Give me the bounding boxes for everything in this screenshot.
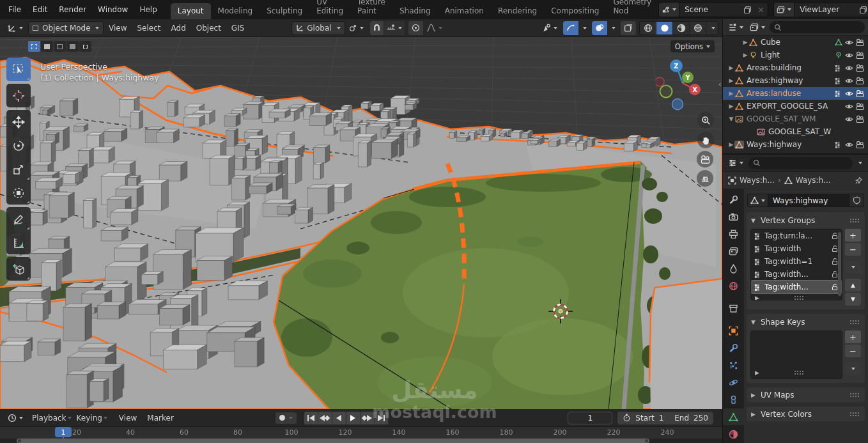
vertex-group-item[interactable]: Tag:width=1 bbox=[751, 255, 842, 268]
play-button[interactable] bbox=[346, 412, 360, 424]
menu-object[interactable]: Object bbox=[191, 24, 226, 33]
menu-tl-view[interactable]: View bbox=[114, 414, 142, 423]
end-value[interactable]: 250 bbox=[694, 414, 708, 423]
editor-type-button[interactable] bbox=[4, 21, 27, 35]
tab-particles[interactable] bbox=[723, 357, 744, 373]
tab-geometry-nodes[interactable]: Geometry Nod bbox=[606, 0, 658, 19]
tab-modeling[interactable]: Modeling bbox=[211, 3, 260, 19]
vertex-group-item-selected[interactable]: Tag:width... bbox=[751, 281, 842, 293]
fake-user-button[interactable] bbox=[849, 194, 864, 207]
expand-icon[interactable]: ▶ bbox=[742, 39, 748, 45]
expand-icon[interactable]: ▶ bbox=[728, 65, 734, 71]
menu-add[interactable]: Add bbox=[166, 24, 191, 33]
move-group-up-button[interactable]: ▲ bbox=[845, 279, 861, 291]
perspective-toggle-button[interactable] bbox=[697, 170, 713, 187]
hide-eye-icon[interactable] bbox=[844, 141, 855, 148]
menu-window[interactable]: Window bbox=[92, 0, 134, 19]
tab-rendering[interactable]: Rendering bbox=[491, 3, 544, 19]
outliner-row-google-sat-w-child[interactable]: GOOGLE_SAT_W bbox=[723, 125, 868, 138]
list-expand-arrow[interactable]: ▶ bbox=[755, 295, 761, 300]
pin-icon[interactable] bbox=[855, 176, 863, 185]
start-value[interactable]: 1 bbox=[659, 414, 664, 423]
render-visibility-icon[interactable] bbox=[855, 64, 865, 72]
vertex-group-item[interactable]: Tag:width bbox=[751, 242, 842, 255]
menu-file[interactable]: File bbox=[3, 0, 27, 19]
add-viewlayer-button[interactable] bbox=[856, 6, 868, 14]
timeline-editor-type-button[interactable] bbox=[4, 411, 27, 425]
tab-render[interactable] bbox=[723, 208, 744, 225]
panel-grip[interactable] bbox=[849, 412, 860, 417]
render-visibility-icon[interactable] bbox=[855, 115, 865, 123]
select-mode-invert[interactable] bbox=[66, 41, 79, 52]
tab-object-data[interactable] bbox=[723, 408, 744, 425]
shading-wireframe-button[interactable] bbox=[640, 22, 656, 35]
outliner-search-input[interactable] bbox=[770, 21, 865, 33]
vertex-colors-panel-header[interactable]: ▶ Vertex Colors bbox=[747, 407, 865, 421]
vertex-group-item[interactable]: Tag:turn:la... bbox=[751, 229, 842, 242]
jump-to-end-button[interactable] bbox=[375, 412, 389, 424]
expand-icon[interactable]: ▶ bbox=[728, 77, 734, 84]
tool-measure[interactable] bbox=[6, 231, 31, 254]
shading-settings[interactable] bbox=[706, 22, 718, 35]
tab-sculpting[interactable]: Sculpting bbox=[260, 3, 309, 19]
outliner-row-ways-highway[interactable]: ▶ Ways:highway bbox=[723, 138, 868, 151]
list-resize-grip[interactable] bbox=[794, 370, 805, 375]
tool-transform[interactable] bbox=[6, 181, 31, 205]
tool-select-box[interactable] bbox=[6, 58, 31, 81]
shading-solid-button[interactable] bbox=[656, 22, 673, 35]
select-mode-new[interactable] bbox=[28, 41, 40, 52]
tab-modifiers[interactable] bbox=[723, 339, 744, 356]
menu-playback[interactable]: Playback bbox=[27, 414, 72, 423]
tab-material[interactable] bbox=[723, 426, 744, 442]
shading-material-button[interactable] bbox=[673, 22, 690, 35]
outliner-row-areas-highway[interactable]: ▶ Areas:highway bbox=[723, 74, 868, 87]
options-button[interactable]: Options bbox=[670, 40, 715, 52]
pivot-point-select[interactable] bbox=[345, 21, 368, 35]
render-visibility-icon[interactable] bbox=[855, 38, 865, 47]
list-resize-grip[interactable] bbox=[794, 295, 805, 300]
tab-texture-paint[interactable]: Texture Paint bbox=[350, 0, 392, 19]
viewlayer-browse-button[interactable] bbox=[774, 3, 794, 17]
show-overlays-toggle[interactable] bbox=[563, 21, 578, 35]
expand-icon[interactable]: ▶ bbox=[728, 141, 734, 148]
timeline-scrollbar[interactable] bbox=[0, 439, 722, 443]
hide-eye-icon[interactable] bbox=[844, 77, 855, 84]
sidebar-collapse-arrow[interactable]: ‹ bbox=[718, 79, 722, 89]
tab-animation[interactable]: Animation bbox=[438, 3, 491, 19]
tab-compositing[interactable]: Compositing bbox=[544, 3, 606, 19]
pan-hand-button[interactable] bbox=[697, 132, 714, 148]
next-keyframe-button[interactable] bbox=[360, 412, 375, 424]
prev-keyframe-button[interactable] bbox=[318, 412, 332, 424]
tab-tool[interactable] bbox=[723, 191, 744, 208]
breadcrumb-object[interactable]: Ways:h... bbox=[740, 176, 775, 185]
tool-rotate[interactable] bbox=[6, 134, 31, 157]
gizmo-axis-neg-z[interactable] bbox=[672, 99, 683, 110]
tab-world[interactable] bbox=[723, 277, 744, 294]
menu-view[interactable]: View bbox=[104, 24, 132, 33]
render-visibility-icon[interactable] bbox=[855, 102, 865, 111]
properties-options-chevron[interactable] bbox=[858, 162, 862, 164]
scene-browse-button[interactable] bbox=[659, 3, 679, 17]
menu-gis[interactable]: GIS bbox=[226, 24, 249, 33]
menu-help[interactable]: Help bbox=[134, 0, 162, 19]
navigation-gizmo[interactable]: Z Y X bbox=[656, 55, 711, 116]
tool-cursor[interactable] bbox=[6, 84, 31, 107]
timeline-ruler[interactable]: 20 40 60 80 100 120 140 160 180 200 220 … bbox=[0, 427, 722, 439]
outliner-display-mode-button[interactable] bbox=[748, 20, 767, 35]
expand-icon[interactable]: ▶ bbox=[728, 103, 734, 109]
viewport-3d[interactable]: User Perspective (1) Collection | Ways:h… bbox=[0, 37, 722, 409]
expand-icon[interactable]: ▶ bbox=[742, 52, 748, 58]
camera-view-button[interactable] bbox=[697, 151, 713, 167]
hide-eye-icon[interactable] bbox=[844, 52, 855, 59]
gizmo-axis-neg-y[interactable] bbox=[660, 86, 672, 98]
show-gizmo-toggle[interactable] bbox=[539, 21, 560, 35]
add-vertex-group-button[interactable]: + bbox=[845, 229, 861, 242]
select-mode-intersect[interactable] bbox=[79, 41, 91, 52]
auto-keying-toggle[interactable] bbox=[275, 412, 297, 424]
end-label[interactable]: End bbox=[674, 414, 689, 423]
tab-uv-editing[interactable]: UV Editing bbox=[309, 0, 350, 19]
tab-physics[interactable] bbox=[723, 374, 744, 391]
proportional-editing-toggle[interactable] bbox=[408, 21, 423, 35]
shading-rendered-button[interactable] bbox=[690, 22, 706, 35]
start-label[interactable]: Start bbox=[635, 414, 654, 423]
